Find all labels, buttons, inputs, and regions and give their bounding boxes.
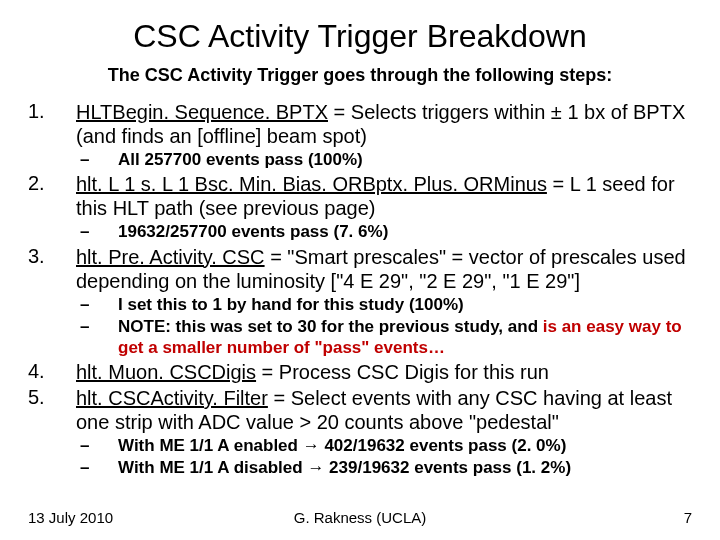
sub-body: With ME 1/1 A disabled → 239/19632 event… — [118, 458, 571, 478]
sub-item: – With ME 1/1 A disabled → 239/19632 eve… — [76, 458, 692, 478]
sub-body: 19632/257700 events pass (7. 6%) — [118, 222, 388, 242]
item-number: 2. — [28, 172, 76, 220]
dash-bullet: – — [76, 295, 118, 315]
dash-bullet: – — [76, 317, 118, 358]
sub-body: NOTE: this was set to 30 for the previou… — [118, 317, 692, 358]
sub-body: With ME 1/1 A enabled → 402/19632 events… — [118, 436, 566, 456]
item-number: 5. — [28, 386, 76, 434]
list-item: 4. hlt. Muon. CSCDigis = Process CSC Dig… — [28, 360, 692, 384]
slide-footer: 13 July 2010 G. Rakness (UCLA) 7 — [28, 509, 692, 526]
sub-body: All 257700 events pass (100%) — [118, 150, 363, 170]
sub-item: – I set this to 1 by hand for this study… — [76, 295, 692, 315]
sub-item: – All 257700 events pass (100%) — [76, 150, 692, 170]
item-body: hlt. Pre. Activity. CSC = "Smart prescal… — [76, 245, 692, 293]
dash-bullet: – — [76, 222, 118, 242]
footer-author: G. Rakness (UCLA) — [294, 509, 427, 526]
arrow-icon: → — [303, 436, 320, 455]
dash-bullet: – — [76, 458, 118, 478]
arrow-icon: → — [307, 458, 324, 477]
item-underline: hlt. CSCActivity. Filter — [76, 387, 268, 409]
item-number: 3. — [28, 245, 76, 293]
list-item: 5. hlt. CSCActivity. Filter = Select eve… — [28, 386, 692, 434]
list-item: 2. hlt. L 1 s. L 1 Bsc. Min. Bias. ORBpt… — [28, 172, 692, 220]
item-number: 4. — [28, 360, 76, 384]
sub-item: – With ME 1/1 A enabled → 402/19632 even… — [76, 436, 692, 456]
list-item: 1. HLTBegin. Sequence. BPTX = Selects tr… — [28, 100, 692, 148]
list-item: 3. hlt. Pre. Activity. CSC = "Smart pres… — [28, 245, 692, 293]
dash-bullet: – — [76, 150, 118, 170]
item-underline: hlt. L 1 s. L 1 Bsc. Min. Bias. ORBptx. … — [76, 173, 547, 195]
sub-body: I set this to 1 by hand for this study (… — [118, 295, 464, 315]
footer-date: 13 July 2010 — [28, 509, 113, 526]
item-number: 1. — [28, 100, 76, 148]
slide-title: CSC Activity Trigger Breakdown — [28, 18, 692, 55]
item-underline: hlt. Pre. Activity. CSC — [76, 246, 265, 268]
item-body: hlt. L 1 s. L 1 Bsc. Min. Bias. ORBptx. … — [76, 172, 692, 220]
slide-subtitle: The CSC Activity Trigger goes through th… — [28, 65, 692, 86]
item-underline: HLTBegin. Sequence. BPTX — [76, 101, 328, 123]
footer-page: 7 — [684, 509, 692, 526]
dash-bullet: – — [76, 436, 118, 456]
item-body: hlt. CSCActivity. Filter = Select events… — [76, 386, 692, 434]
item-body: hlt. Muon. CSCDigis = Process CSC Digis … — [76, 360, 549, 384]
sub-item: – 19632/257700 events pass (7. 6%) — [76, 222, 692, 242]
item-underline: hlt. Muon. CSCDigis — [76, 361, 256, 383]
item-body: HLTBegin. Sequence. BPTX = Selects trigg… — [76, 100, 692, 148]
sub-item: – NOTE: this was set to 30 for the previ… — [76, 317, 692, 358]
